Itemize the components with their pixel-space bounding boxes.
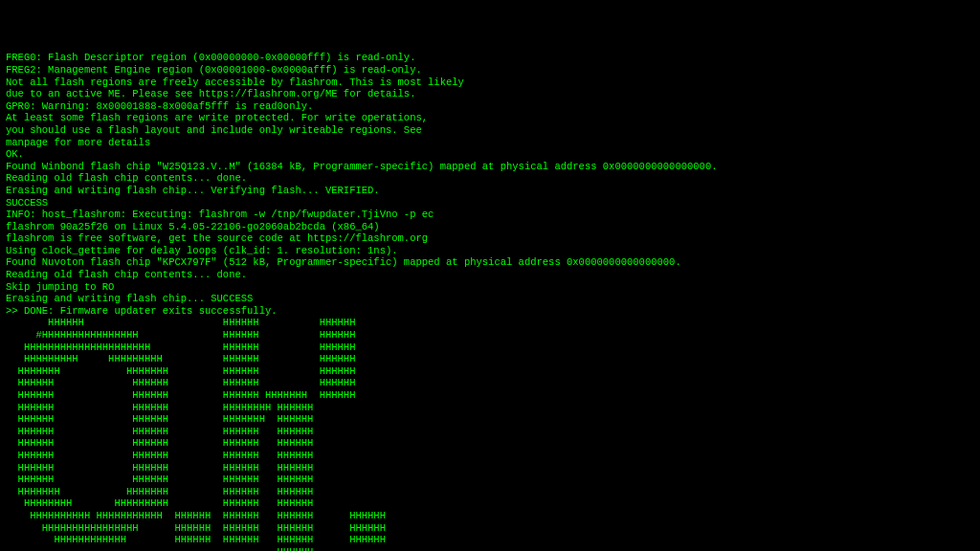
ascii-art-line: HHHHHH HHHHHH HHHHHHHH HHHHHH — [6, 402, 974, 414]
log-line: due to an active ME. Please see https://… — [6, 88, 974, 100]
log-line: Found Winbond flash chip "W25Q123.V..M" … — [6, 161, 974, 173]
ascii-art-line: HHHHHHHHH HHHHHHHHH HHHHHH HHHHHH — [6, 353, 974, 365]
log-line: FREG2: Management Engine region (0x00001… — [6, 64, 974, 77]
log-line: Reading old flash chip contents... done. — [6, 172, 974, 185]
ascii-art-line: HHHHHHHHHHHH HHHHHH HHHHHH HHHHHH HHHHHH — [6, 534, 974, 546]
ascii-art-line: HHHHHHHHHHHHHHHHHHHHH HHHHHH HHHHHH — [6, 342, 974, 354]
log-line: FREG0: Flash Descriptor region (0x000000… — [6, 52, 974, 64]
ascii-art-line: HHHHHH HHHHHH HHHHHH HHHHHH — [6, 437, 974, 450]
ascii-art-line: HHHHHH — [6, 546, 974, 551]
ascii-art-line: HHHHHHHHHHHHHHHH HHHHHH HHHHHH HHHHHH HH… — [6, 522, 974, 535]
log-line: INFO: host_flashrom: Executing: flashrom… — [6, 209, 974, 221]
ascii-art-line: HHHHHH HHHHHH HHHHHH HHHHHHH HHHHHH — [6, 389, 974, 402]
ascii-art-line: HHHHHHHH HHHHHHHHH HHHHHH HHHHHH — [6, 497, 974, 510]
log-line: GPR0: Warning: 8x00001888-8x000af5fff is… — [6, 100, 974, 113]
log-line: Erasing and writing flash chip... Verify… — [6, 185, 974, 197]
ascii-art-line: HHHHHH HHHHHH HHHHHH HHHHHH — [6, 462, 974, 474]
ascii-art-line: HHHHHH HHHHHH HHHHHH HHHHHH — [6, 474, 974, 486]
ascii-art-line: HHHHHH HHHHHH HHHHHH HHHHHH — [6, 426, 974, 438]
ascii-art-line: HHHHHHH HHHHHHH HHHHHH HHHHHH — [6, 365, 974, 378]
ascii-art-line: HHHHHH HHHHHH HHHHHH HHHHHH — [6, 377, 974, 389]
ascii-art-line: HHHHHHH HHHHHHH HHHHHH HHHHHH — [6, 486, 974, 498]
log-line: manpage for more details — [6, 137, 974, 149]
log-line: Reading old flash chip contents... done. — [6, 269, 974, 281]
ascii-art-line: HHHHHHHHHH HHHHHHHHHHH HHHHHH HHHHHH HHH… — [6, 510, 974, 522]
log-line: OK. — [6, 148, 974, 161]
log-line: >> DONE: Firmware updater exits successf… — [6, 305, 974, 318]
terminal-output: FREG0: Flash Descriptor region (0x000000… — [6, 52, 974, 551]
log-line: SUCCESS — [6, 197, 974, 209]
log-line: At least some flash regions are write pr… — [6, 112, 974, 124]
log-line: you should use a flash layout and includ… — [6, 124, 974, 137]
log-line: Using clock_gettime for delay loops (clk… — [6, 245, 974, 257]
log-line: Not all flash regions are freely accessi… — [6, 77, 974, 89]
log-line: flashrom is free software, get the sourc… — [6, 232, 974, 245]
ascii-art-line: HHHHHH HHHHHH HHHHHH HHHHHH — [6, 450, 974, 462]
ascii-art-line: #HHHHHHHHHHHHHHHH HHHHHH HHHHHH — [6, 329, 974, 342]
log-line: Found Nuvoton flash chip "KPCX797F" (512… — [6, 256, 974, 269]
log-line: flashrom 90a25f26 on Linux 5.4.05-22106-… — [6, 221, 974, 233]
ascii-art-line: HHHHHH HHHHHH HHHHHH — [6, 317, 974, 329]
ascii-art-line: HHHHHH HHHHHH HHHHHHH HHHHHH — [6, 413, 974, 426]
log-line: Skip jumping to RO — [6, 281, 974, 294]
log-line: Erasing and writing flash chip... SUCCES… — [6, 293, 974, 305]
